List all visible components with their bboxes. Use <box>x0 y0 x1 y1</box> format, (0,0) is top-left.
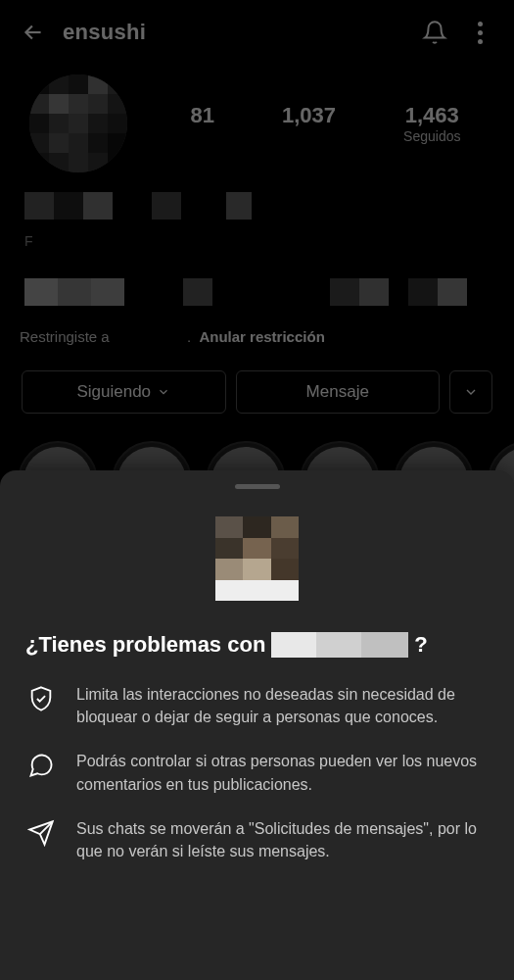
stat-posts[interactable]: 81 <box>191 103 214 144</box>
following-button[interactable]: Siguiendo <box>22 370 226 414</box>
sheet-user-avatar <box>215 516 300 601</box>
app-header: ensushi <box>0 0 514 65</box>
stat-followers[interactable]: 1,037 <box>282 103 336 144</box>
chevron-down-icon <box>157 385 170 399</box>
restriction-banner: Restringiste a . Anular restricción <box>0 320 514 365</box>
bio-pixelated-line <box>24 278 490 306</box>
stat-posts-value: 81 <box>191 103 214 128</box>
profile-username: ensushi <box>63 20 404 45</box>
sheet-info-text: Limita las interacciones no deseadas sin… <box>76 683 489 728</box>
message-button[interactable]: Mensaje <box>236 370 441 414</box>
notification-bell-icon[interactable] <box>420 18 449 47</box>
sheet-grabber[interactable] <box>235 484 280 489</box>
stat-following[interactable]: 1,463 Seguidos <box>403 103 460 144</box>
undo-restriction-link[interactable]: Anular restricción <box>199 328 324 345</box>
sheet-info-text: Podrás controlar si otras personas puede… <box>76 750 489 795</box>
chevron-down-icon <box>463 384 479 400</box>
following-button-label: Siguiendo <box>76 382 151 402</box>
back-arrow-icon[interactable] <box>20 19 47 46</box>
suggested-users-button[interactable] <box>449 370 492 414</box>
send-icon <box>25 817 57 849</box>
shield-check-icon <box>25 683 57 714</box>
stat-following-label: Seguidos <box>403 128 460 144</box>
sheet-info-row: Sus chats se moverán a "Solicitudes de m… <box>25 817 489 862</box>
sheet-info-row: Limita las interacciones no deseadas sin… <box>25 683 489 728</box>
profile-info-row: 81 1,037 1,463 Seguidos <box>0 65 514 192</box>
kebab-menu-icon[interactable] <box>465 18 494 47</box>
stat-followers-value: 1,037 <box>282 103 336 128</box>
sheet-title-suffix: ? <box>414 632 427 658</box>
profile-avatar[interactable] <box>29 74 127 172</box>
sheet-info-row: Podrás controlar si otras personas puede… <box>25 750 489 795</box>
message-button-label: Mensaje <box>306 382 369 402</box>
bio-pixelated-line <box>24 192 490 220</box>
stat-following-value: 1,463 <box>403 103 460 128</box>
sheet-title-prefix: ¿Tienes problemas con <box>25 632 265 658</box>
action-buttons: Siguiendo Mensaje <box>0 365 514 433</box>
restrict-bottom-sheet: ¿Tienes problemas con ? Limita las inter… <box>0 470 514 980</box>
sheet-info-text: Sus chats se moverán a "Solicitudes de m… <box>76 817 489 862</box>
profile-stats: 81 1,037 1,463 Seguidos <box>157 103 494 144</box>
bio-pixelated-line: F <box>24 233 490 249</box>
profile-bio: F <box>0 192 514 320</box>
comment-icon <box>25 750 57 781</box>
sheet-title: ¿Tienes problemas con ? <box>25 632 489 658</box>
restriction-prefix: Restringiste a <box>20 328 110 345</box>
redacted-username <box>271 632 408 658</box>
stat-followers-label <box>282 128 336 144</box>
stat-posts-label <box>191 128 214 144</box>
